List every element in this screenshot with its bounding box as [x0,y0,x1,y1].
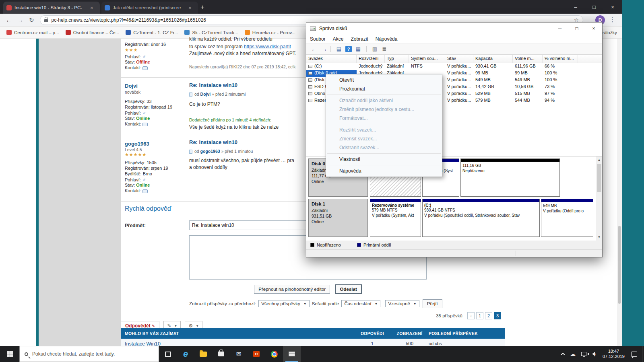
col-rozvrzeni[interactable]: Rozvržení [357,55,385,63]
chrome-button[interactable] [265,346,283,362]
col-system[interactable]: Systém sou... [409,55,445,63]
col-svazek[interactable]: Svazek [306,55,357,63]
new-tab-button[interactable]: + [200,3,204,11]
bookmark-item[interactable]: Sk - CzTorrent Track... [184,30,238,35]
partition-unallocated[interactable]: 111,16 GB Nepřiřazeno [460,158,560,197]
col-stav[interactable]: Stav [445,55,473,63]
help-icon[interactable]: ? [345,46,352,52]
maximize-button[interactable]: □ [568,23,585,35]
graphic-view-icon[interactable]: ▦ [354,45,362,53]
browser-scrollbar[interactable] [617,39,622,362]
subject-input[interactable] [189,220,310,230]
external-link[interactable]: https://www.disk-partit [244,44,291,49]
start-button[interactable] [0,346,19,362]
sort-select[interactable]: Čas odeslání▼ [341,300,380,307]
scrollbar-thumb[interactable] [618,226,621,304]
contact-icon[interactable] [142,189,148,193]
browser-tab-active[interactable]: Instalace win10 - Stránky 3 - PC- × [3,2,100,14]
taskbar-search[interactable]: Pokud chcete hledat, zadejte text tady. [19,346,159,362]
partition-recovery[interactable]: 549 MB V pořádku (Oddíl pro o [541,199,593,237]
taskbar-clock[interactable]: 18:47 07.12.2019 [603,349,625,359]
forward-icon[interactable]: → [322,46,327,52]
task-view-button[interactable] [159,346,177,362]
scroll-down-icon[interactable]: ▼ [596,235,602,239]
tab-close-icon[interactable]: × [90,5,93,11]
chrome-icon [271,351,278,358]
list-view-icon[interactable]: ▤ [335,45,343,53]
page-button-active[interactable]: 3 [494,312,501,319]
bookmark-label: CzTorrent - 1. CZ Fr... [133,30,178,35]
tab-close-icon[interactable]: × [188,5,192,11]
network-icon[interactable] [581,352,586,356]
post-body-line: musí odstranit všechno, pak půjde převés… [189,158,294,163]
back-icon[interactable]: ← [6,16,12,23]
menu-help[interactable]: Nápověda [372,36,401,42]
menu-file[interactable]: Soubor [306,36,329,42]
byline-user-link[interactable]: gogo1963 [200,149,220,154]
volume-row[interactable]: (C:) JednoduchýZákladníNTFSV pořádku...9… [306,63,602,70]
edge-button[interactable]: e [177,346,194,362]
byline-user-link[interactable]: Dojvi [200,92,211,97]
options-icon[interactable]: ≣ [380,45,388,53]
properties-icon[interactable]: ▥ [371,45,379,53]
scroll-up-icon[interactable]: ▲ [596,158,602,162]
profile-contact: Kontakt: [125,188,148,193]
contact-icon[interactable] [142,66,148,70]
bookmark-item[interactable]: Heureka.cz - Porov... [245,30,295,35]
page-button[interactable]: 2 [485,312,492,319]
browser-menu-icon[interactable]: ⋮ [609,16,615,23]
minimize-button[interactable]: ─ [551,23,568,35]
reload-icon[interactable]: ↻ [29,16,34,24]
menu-item-properties[interactable]: Vlastnosti [326,155,442,164]
browser-tab[interactable]: Jak udělat screenshot (printscree × [101,2,198,14]
partition-c[interactable]: (C:) 930,41 GB NTFS V pořádku (Spouštěcí… [422,199,540,237]
user-rank: nováček [125,90,140,95]
maximize-button[interactable]: □ [585,0,603,14]
post-title-link[interactable]: Re: Instalace win10 [189,139,237,145]
scrollbar-thumb[interactable] [597,164,601,192]
col-kapacita[interactable]: Kapacita [473,55,513,63]
menu-item-open[interactable]: Otevřít [326,76,442,84]
show-desktop-button[interactable] [642,346,644,362]
partition-reserved[interactable]: Rezervováno systéme 579 MB NTFS V pořádk… [370,199,421,237]
col-typ[interactable]: Typ [385,55,409,63]
full-editor-button[interactable]: Přepnout na plnohodnotný editor [254,285,330,294]
display-select[interactable]: Všechny příspěvky▼ [258,300,309,307]
contact-icon[interactable] [142,123,148,126]
onedrive-icon[interactable]: ☁ [570,351,576,357]
col-volne[interactable]: Volné m... [513,55,543,63]
col-pct[interactable]: % volného m... [543,55,578,63]
office-button[interactable]: O [248,346,265,362]
tray-expand-button[interactable] [561,352,564,356]
order-select[interactable]: Vzestupně▼ [385,300,419,307]
action-center-icon[interactable] [631,352,637,357]
volume-icon[interactable]: ) [592,352,596,356]
page-prev-button[interactable]: ‹ [467,312,475,319]
disk-size: 931,51 GB [312,213,365,219]
disk-management-taskbar-button[interactable] [283,346,301,362]
username-link[interactable]: Dojvi [125,83,138,89]
close-button[interactable]: × [603,0,622,14]
bookmark-item[interactable]: Osobní finance – Če... [66,30,119,35]
dm-title-bar[interactable]: Správa disků ─ □ × [306,23,602,35]
post-title-link[interactable]: Re: Instalace win10 [189,82,237,88]
bookmark-item[interactable]: CzTorrent - 1. CZ Fr... [126,30,178,35]
go-button[interactable]: Přejít [423,299,442,308]
minimize-button[interactable]: – [566,0,585,14]
disk1-info-panel[interactable]: Disk 1 Základní 931,51 GB Online [308,199,368,237]
close-button[interactable]: × [585,23,602,35]
bookmark-item[interactable]: Centrum.cz mail – p... [6,30,59,35]
forward-icon[interactable]: → [17,16,23,23]
menu-action[interactable]: Akce [329,36,347,42]
menu-view[interactable]: Zobrazit [347,36,372,42]
back-icon[interactable]: ← [311,46,317,52]
page-button[interactable]: 1 [476,312,483,319]
menu-item-explore[interactable]: Prozkoumat [326,84,442,93]
username-link[interactable]: gogo1963 [125,141,149,147]
store-button[interactable] [212,346,230,362]
menu-item-help[interactable]: Nápověda [326,167,442,175]
mail-button[interactable]: ✉ [230,346,248,362]
file-explorer-button[interactable] [194,346,212,362]
graphic-scrollbar[interactable]: ▲ ▼ [596,156,602,241]
submit-button[interactable]: Odeslat [335,284,362,294]
